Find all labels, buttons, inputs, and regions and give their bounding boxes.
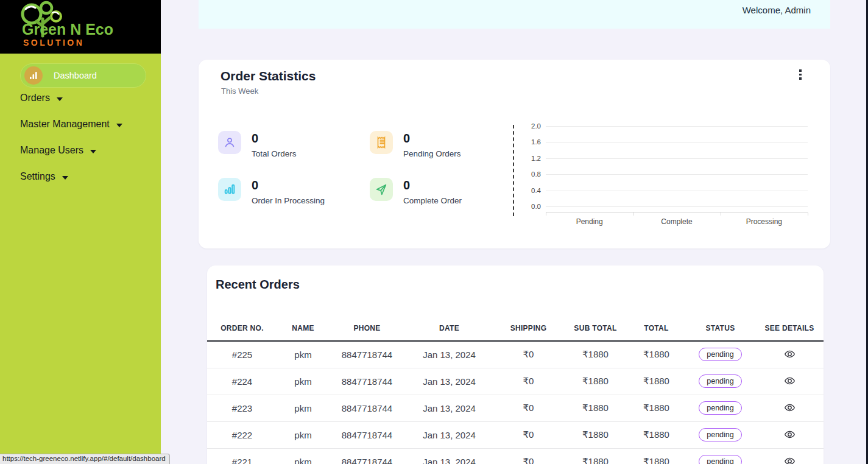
recent-orders-card: Recent Orders ORDER NO.NAMEPHONEDATESHIP… bbox=[207, 265, 824, 464]
x-axis-category-label: Complete bbox=[661, 217, 692, 226]
x-axis-category-label: Processing bbox=[746, 217, 782, 226]
cell-order_no: #222 bbox=[207, 421, 277, 448]
column-header-order-no-: ORDER NO. bbox=[207, 316, 277, 341]
send-icon bbox=[370, 178, 393, 201]
cell-date: Jan 13, 2024 bbox=[405, 448, 493, 464]
logo-text: Green N Eco bbox=[22, 21, 113, 38]
gridline bbox=[546, 174, 808, 175]
sidebar-item-dashboard[interactable]: Dashboard bbox=[20, 63, 146, 88]
stat-value: 0 bbox=[252, 178, 325, 192]
browser-link-preview: https://tech-greeneco.netlify.app/#/defa… bbox=[0, 454, 170, 464]
cell-name: pkm bbox=[277, 395, 329, 421]
cell-shipping: ₹0 bbox=[493, 368, 563, 395]
cell-shipping: ₹0 bbox=[493, 448, 563, 464]
table-row: #225pkm8847718744Jan 13, 2024₹0₹1880₹188… bbox=[207, 341, 824, 368]
stat-value: 0 bbox=[403, 178, 462, 192]
cell-shipping: ₹0 bbox=[493, 341, 563, 368]
chevron-down-icon bbox=[57, 97, 63, 101]
sidebar-item-settings[interactable]: Settings bbox=[20, 171, 68, 182]
stat-label: Pending Orders bbox=[403, 149, 461, 158]
cell-see-details bbox=[755, 395, 824, 421]
cell-name: pkm bbox=[277, 368, 329, 395]
cell-date: Jan 13, 2024 bbox=[405, 395, 493, 421]
status-badge: pending bbox=[699, 348, 742, 361]
y-axis-tick-label: 2.0 bbox=[518, 122, 541, 130]
table-row: #223pkm8847718744Jan 13, 2024₹0₹1880₹188… bbox=[207, 395, 824, 421]
column-header-total: TOTAL bbox=[627, 316, 685, 341]
eye-icon[interactable] bbox=[783, 427, 797, 441]
gridline bbox=[546, 206, 808, 207]
dashed-divider bbox=[513, 125, 514, 216]
column-header-shipping: SHIPPING bbox=[493, 316, 563, 341]
cell-total: ₹1880 bbox=[627, 421, 685, 448]
logo-subtext: SOLUTION bbox=[23, 38, 84, 47]
eye-icon[interactable] bbox=[783, 347, 797, 361]
sidebar-item-master-management[interactable]: Master Management bbox=[20, 119, 122, 130]
y-axis-tick-label: 1.2 bbox=[518, 155, 541, 162]
order-statistics-card: Order Statistics This Week 0 Total Order… bbox=[199, 60, 830, 248]
sidebar-item-orders[interactable]: Orders bbox=[20, 93, 63, 104]
recent-orders-table: ORDER NO.NAMEPHONEDATESHIPPINGSUB TOTALT… bbox=[207, 316, 824, 464]
sidebar: Green N Eco SOLUTION Dashboard OrdersMas… bbox=[0, 0, 161, 464]
user-icon bbox=[218, 131, 241, 154]
sidebar-item-label: Orders bbox=[20, 93, 50, 104]
stat-label: Total Orders bbox=[252, 149, 297, 158]
cell-status: pending bbox=[685, 341, 755, 368]
x-axis-tick bbox=[633, 213, 633, 216]
welcome-text: Welcome, Admin bbox=[743, 5, 811, 15]
stat-label: Complete Order bbox=[403, 196, 462, 205]
eye-icon[interactable] bbox=[783, 454, 797, 464]
cell-see-details bbox=[755, 448, 824, 464]
receipt-icon bbox=[370, 131, 393, 154]
eye-icon[interactable] bbox=[783, 374, 797, 388]
cell-total: ₹1880 bbox=[627, 448, 685, 464]
sidebar-item-label: Manage Users bbox=[20, 145, 83, 156]
sidebar-item-manage-users[interactable]: Manage Users bbox=[20, 145, 96, 156]
logo[interactable]: Green N Eco SOLUTION bbox=[0, 0, 161, 54]
cell-sub_total: ₹1880 bbox=[563, 421, 627, 448]
stat-value: 0 bbox=[252, 132, 297, 145]
sidebar-item-label: Dashboard bbox=[54, 71, 97, 80]
cell-date: Jan 13, 2024 bbox=[405, 341, 493, 368]
gridline bbox=[546, 142, 808, 142]
x-axis-tick bbox=[721, 213, 721, 216]
stat-order-in-processing: 0 Order In Processing bbox=[218, 178, 325, 205]
status-badge: pending bbox=[699, 428, 742, 441]
chevron-down-icon bbox=[62, 176, 68, 180]
chevron-down-icon bbox=[90, 150, 96, 153]
y-axis-tick-label: 0.0 bbox=[518, 203, 541, 210]
eye-icon[interactable] bbox=[783, 401, 797, 415]
kebab-menu-icon[interactable] bbox=[795, 68, 806, 82]
table-row: #224pkm8847718744Jan 13, 2024₹0₹1880₹188… bbox=[207, 368, 824, 395]
cell-name: pkm bbox=[277, 341, 329, 368]
cell-order_no: #221 bbox=[207, 448, 277, 464]
cell-total: ₹1880 bbox=[627, 341, 685, 368]
x-axis-category-label: Pending bbox=[576, 217, 603, 226]
gridline bbox=[546, 191, 808, 191]
cell-phone: 8847718744 bbox=[329, 341, 405, 368]
cell-status: pending bbox=[685, 395, 755, 421]
stat-value: 0 bbox=[403, 132, 461, 145]
recent-orders-title: Recent Orders bbox=[216, 278, 300, 292]
cell-see-details bbox=[755, 421, 824, 448]
table-row: #222pkm8847718744Jan 13, 2024₹0₹1880₹188… bbox=[207, 421, 824, 448]
status-badge: pending bbox=[699, 374, 742, 388]
column-header-sub-total: SUB TOTAL bbox=[563, 316, 627, 341]
cell-sub_total: ₹1880 bbox=[563, 341, 627, 368]
column-header-see-details: SEE DETAILS bbox=[755, 316, 824, 341]
cell-see-details bbox=[755, 368, 824, 395]
y-axis-tick-label: 0.8 bbox=[518, 170, 541, 178]
x-axis-tick bbox=[808, 213, 808, 216]
column-header-date: DATE bbox=[405, 316, 493, 341]
dashboard-bar-chart-icon bbox=[24, 66, 43, 85]
cell-total: ₹1880 bbox=[627, 368, 685, 395]
x-axis-line bbox=[546, 212, 808, 213]
cell-shipping: ₹0 bbox=[493, 395, 563, 421]
status-badge: pending bbox=[699, 401, 742, 415]
cell-sub_total: ₹1880 bbox=[563, 448, 627, 464]
cell-shipping: ₹0 bbox=[493, 421, 563, 448]
table-row: #221pkm8847718744Jan 13, 2024₹0₹1880₹188… bbox=[207, 448, 824, 464]
cell-order_no: #224 bbox=[207, 368, 277, 395]
topbar: Welcome, Admin bbox=[199, 0, 830, 29]
y-axis-tick-label: 1.6 bbox=[518, 138, 541, 146]
